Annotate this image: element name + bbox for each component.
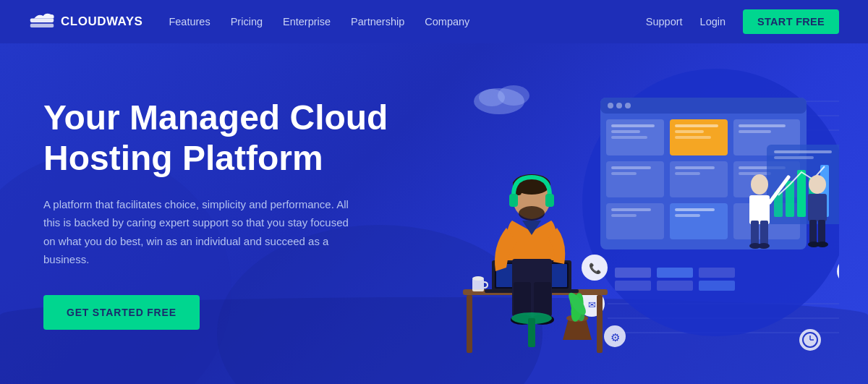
svg-point-55 xyxy=(758,243,770,249)
svg-rect-27 xyxy=(611,172,637,175)
logo-text: CLOUDWAYS xyxy=(61,14,142,29)
svg-rect-23 xyxy=(739,124,786,127)
nav-right: Support Login START FREE xyxy=(646,9,839,34)
svg-rect-51 xyxy=(751,221,759,246)
svg-point-56 xyxy=(809,175,826,194)
svg-rect-39 xyxy=(675,214,700,217)
svg-rect-62 xyxy=(615,268,651,278)
svg-point-86 xyxy=(479,89,505,106)
svg-point-49 xyxy=(751,174,768,195)
svg-rect-36 xyxy=(611,214,637,217)
svg-point-70 xyxy=(837,258,839,284)
start-free-button[interactable]: START FREE xyxy=(743,9,839,34)
svg-rect-50 xyxy=(749,195,770,224)
nav-features[interactable]: Features xyxy=(169,16,210,27)
svg-point-11 xyxy=(608,103,613,108)
svg-rect-0 xyxy=(30,19,54,22)
svg-rect-19 xyxy=(675,124,718,127)
svg-point-12 xyxy=(616,103,622,108)
svg-rect-26 xyxy=(611,166,651,169)
svg-rect-58 xyxy=(809,220,817,244)
svg-rect-108 xyxy=(528,318,535,347)
get-started-button[interactable]: GET STARTED FREE xyxy=(43,295,200,330)
svg-rect-65 xyxy=(657,281,693,291)
svg-text:✉: ✉ xyxy=(588,299,596,310)
svg-rect-33 xyxy=(739,172,771,175)
nav-links: Features Pricing Enterprise Partnership … xyxy=(169,15,469,28)
svg-rect-21 xyxy=(675,136,711,139)
svg-rect-66 xyxy=(699,268,735,278)
support-link[interactable]: Support xyxy=(646,16,683,27)
hero-description: A platform that facilitates choice, simp… xyxy=(43,195,362,269)
svg-rect-15 xyxy=(611,124,655,127)
nav-pricing[interactable]: Pricing xyxy=(231,16,263,27)
svg-rect-17 xyxy=(611,136,647,139)
hero-content: Your Managed Cloud Hosting Platform A pl… xyxy=(0,98,388,329)
svg-rect-48 xyxy=(774,156,814,159)
svg-point-61 xyxy=(817,242,828,247)
svg-rect-16 xyxy=(611,130,640,133)
nav-enterprise[interactable]: Enterprise xyxy=(283,16,331,27)
logo[interactable]: CLOUDWAYS xyxy=(29,12,142,32)
svg-rect-63 xyxy=(615,281,651,291)
hero-title: Your Managed Cloud Hosting Platform xyxy=(43,98,388,177)
hero-section: Your Managed Cloud Hosting Platform A pl… xyxy=(0,43,868,384)
svg-rect-64 xyxy=(657,268,693,278)
svg-rect-43 xyxy=(786,181,794,217)
svg-rect-89 xyxy=(597,295,603,353)
login-link[interactable]: Login xyxy=(700,16,726,27)
svg-rect-38 xyxy=(675,208,715,211)
svg-rect-24 xyxy=(739,130,771,133)
nav-left: CLOUDWAYS Features Pricing Enterprise Pa… xyxy=(29,12,469,32)
svg-rect-100 xyxy=(509,194,518,207)
svg-text:📞: 📞 xyxy=(589,263,602,275)
svg-rect-59 xyxy=(818,220,825,244)
navbar: CLOUDWAYS Features Pricing Enterprise Pa… xyxy=(0,0,868,43)
svg-rect-20 xyxy=(675,130,704,133)
svg-rect-1 xyxy=(30,24,54,27)
svg-point-13 xyxy=(625,103,631,108)
svg-rect-10 xyxy=(600,98,807,114)
svg-rect-47 xyxy=(774,150,832,153)
svg-rect-88 xyxy=(467,295,472,353)
illustration-svg: 📞 💬 ✉ ⚙ xyxy=(405,58,839,383)
hero-illustration: 📞 💬 ✉ ⚙ xyxy=(405,58,839,376)
svg-point-99 xyxy=(519,206,545,221)
nav-company[interactable]: Company xyxy=(425,16,469,27)
svg-text:⚙: ⚙ xyxy=(610,331,620,344)
svg-rect-57 xyxy=(808,194,827,221)
svg-rect-30 xyxy=(675,172,700,175)
svg-rect-44 xyxy=(797,170,806,217)
nav-partnership[interactable]: Partnership xyxy=(351,16,404,27)
svg-rect-29 xyxy=(675,166,715,169)
svg-point-95 xyxy=(472,276,484,281)
svg-rect-67 xyxy=(699,281,735,291)
svg-rect-52 xyxy=(760,221,768,246)
svg-rect-35 xyxy=(611,208,651,211)
cloudways-logo-icon xyxy=(29,12,55,32)
svg-rect-101 xyxy=(545,194,554,207)
